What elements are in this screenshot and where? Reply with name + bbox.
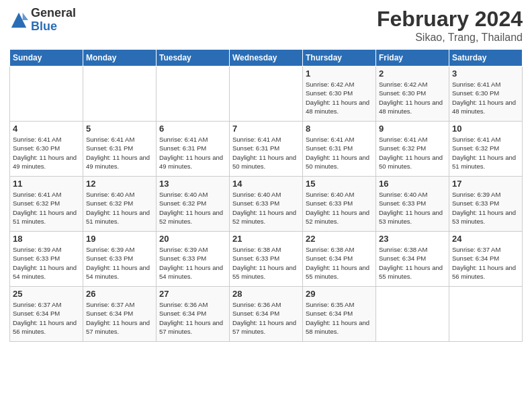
day-number: 3 bbox=[452, 68, 519, 79]
day-number: 17 bbox=[452, 179, 519, 189]
col-tuesday: Tuesday bbox=[157, 50, 230, 66]
week-row-3: 11Sunrise: 6:41 AM Sunset: 6:32 PM Dayli… bbox=[10, 177, 523, 232]
col-friday: Friday bbox=[376, 50, 449, 66]
day-number: 28 bbox=[232, 289, 300, 299]
day-cell: 16Sunrise: 6:40 AM Sunset: 6:33 PM Dayli… bbox=[376, 177, 449, 232]
day-info: Sunrise: 6:40 AM Sunset: 6:33 PM Dayligh… bbox=[306, 190, 373, 226]
day-info: Sunrise: 6:41 AM Sunset: 6:31 PM Dayligh… bbox=[86, 135, 153, 171]
day-number: 21 bbox=[232, 234, 300, 244]
col-saturday: Saturday bbox=[449, 50, 523, 66]
day-info: Sunrise: 6:40 AM Sunset: 6:33 PM Dayligh… bbox=[232, 190, 300, 226]
day-info: Sunrise: 6:41 AM Sunset: 6:31 PM Dayligh… bbox=[306, 135, 373, 171]
day-cell bbox=[376, 287, 449, 342]
day-number: 16 bbox=[379, 179, 446, 189]
day-number: 18 bbox=[13, 234, 80, 244]
day-cell: 5Sunrise: 6:41 AM Sunset: 6:31 PM Daylig… bbox=[83, 122, 157, 177]
day-info: Sunrise: 6:39 AM Sunset: 6:33 PM Dayligh… bbox=[452, 190, 519, 226]
location: Sikao, Trang, Thailand bbox=[377, 32, 523, 44]
day-info: Sunrise: 6:40 AM Sunset: 6:32 PM Dayligh… bbox=[86, 190, 153, 226]
col-monday: Monday bbox=[83, 50, 157, 66]
day-number: 15 bbox=[306, 179, 373, 189]
day-number: 29 bbox=[306, 289, 373, 299]
logo-text: General Blue bbox=[31, 7, 76, 34]
calendar-header: Sunday Monday Tuesday Wednesday Thursday… bbox=[10, 50, 523, 66]
main-container: General Blue February 2024 Sikao, Trang,… bbox=[0, 0, 532, 349]
day-info: Sunrise: 6:41 AM Sunset: 6:32 PM Dayligh… bbox=[452, 135, 519, 171]
day-number: 11 bbox=[13, 179, 80, 189]
day-info: Sunrise: 6:41 AM Sunset: 6:31 PM Dayligh… bbox=[159, 135, 226, 171]
day-cell bbox=[83, 66, 157, 122]
logo: General Blue bbox=[9, 7, 76, 34]
day-cell: 11Sunrise: 6:41 AM Sunset: 6:32 PM Dayli… bbox=[10, 177, 83, 232]
day-info: Sunrise: 6:37 AM Sunset: 6:34 PM Dayligh… bbox=[86, 300, 153, 336]
svg-marker-1 bbox=[23, 13, 28, 20]
day-cell: 27Sunrise: 6:36 AM Sunset: 6:34 PM Dayli… bbox=[157, 287, 230, 342]
day-number: 27 bbox=[159, 289, 226, 299]
day-info: Sunrise: 6:37 AM Sunset: 6:34 PM Dayligh… bbox=[452, 245, 519, 281]
day-number: 23 bbox=[379, 234, 446, 244]
day-cell: 1Sunrise: 6:42 AM Sunset: 6:30 PM Daylig… bbox=[303, 66, 376, 122]
day-number: 14 bbox=[232, 179, 300, 189]
day-cell bbox=[10, 66, 83, 122]
day-cell: 19Sunrise: 6:39 AM Sunset: 6:33 PM Dayli… bbox=[83, 232, 157, 287]
day-cell: 10Sunrise: 6:41 AM Sunset: 6:32 PM Dayli… bbox=[449, 122, 523, 177]
day-number: 8 bbox=[306, 124, 373, 134]
day-number: 24 bbox=[452, 234, 519, 244]
day-cell: 24Sunrise: 6:37 AM Sunset: 6:34 PM Dayli… bbox=[449, 232, 523, 287]
week-row-5: 25Sunrise: 6:37 AM Sunset: 6:34 PM Dayli… bbox=[10, 287, 523, 342]
day-number: 26 bbox=[86, 289, 153, 299]
day-info: Sunrise: 6:39 AM Sunset: 6:33 PM Dayligh… bbox=[13, 245, 80, 281]
week-row-4: 18Sunrise: 6:39 AM Sunset: 6:33 PM Dayli… bbox=[10, 232, 523, 287]
logo-blue: Blue bbox=[31, 20, 76, 34]
day-cell bbox=[157, 66, 230, 122]
day-cell: 21Sunrise: 6:38 AM Sunset: 6:33 PM Dayli… bbox=[230, 232, 303, 287]
day-cell: 4Sunrise: 6:41 AM Sunset: 6:30 PM Daylig… bbox=[10, 122, 83, 177]
day-number: 10 bbox=[452, 124, 519, 134]
day-number: 25 bbox=[13, 289, 80, 299]
day-info: Sunrise: 6:36 AM Sunset: 6:34 PM Dayligh… bbox=[159, 300, 226, 336]
day-cell: 22Sunrise: 6:38 AM Sunset: 6:34 PM Dayli… bbox=[303, 232, 376, 287]
day-cell: 3Sunrise: 6:41 AM Sunset: 6:30 PM Daylig… bbox=[449, 66, 523, 122]
day-cell: 20Sunrise: 6:39 AM Sunset: 6:33 PM Dayli… bbox=[157, 232, 230, 287]
day-number: 19 bbox=[86, 234, 153, 244]
day-number: 6 bbox=[159, 124, 226, 134]
day-cell: 18Sunrise: 6:39 AM Sunset: 6:33 PM Dayli… bbox=[10, 232, 83, 287]
day-number: 7 bbox=[232, 124, 300, 134]
day-number: 5 bbox=[86, 124, 153, 134]
logo-icon bbox=[9, 11, 28, 30]
day-info: Sunrise: 6:39 AM Sunset: 6:33 PM Dayligh… bbox=[159, 245, 226, 281]
day-cell: 12Sunrise: 6:40 AM Sunset: 6:32 PM Dayli… bbox=[83, 177, 157, 232]
day-cell: 15Sunrise: 6:40 AM Sunset: 6:33 PM Dayli… bbox=[303, 177, 376, 232]
week-row-1: 1Sunrise: 6:42 AM Sunset: 6:30 PM Daylig… bbox=[10, 66, 523, 122]
day-info: Sunrise: 6:41 AM Sunset: 6:30 PM Dayligh… bbox=[452, 80, 519, 116]
week-row-2: 4Sunrise: 6:41 AM Sunset: 6:30 PM Daylig… bbox=[10, 122, 523, 177]
day-cell: 9Sunrise: 6:41 AM Sunset: 6:32 PM Daylig… bbox=[376, 122, 449, 177]
day-cell bbox=[230, 66, 303, 122]
day-number: 13 bbox=[159, 179, 226, 189]
day-cell: 2Sunrise: 6:42 AM Sunset: 6:30 PM Daylig… bbox=[376, 66, 449, 122]
day-cell: 7Sunrise: 6:41 AM Sunset: 6:31 PM Daylig… bbox=[230, 122, 303, 177]
day-info: Sunrise: 6:36 AM Sunset: 6:34 PM Dayligh… bbox=[232, 300, 300, 336]
day-info: Sunrise: 6:40 AM Sunset: 6:32 PM Dayligh… bbox=[159, 190, 226, 226]
day-info: Sunrise: 6:41 AM Sunset: 6:32 PM Dayligh… bbox=[379, 135, 446, 171]
title-block: February 2024 Sikao, Trang, Thailand bbox=[377, 7, 523, 44]
day-cell: 23Sunrise: 6:38 AM Sunset: 6:34 PM Dayli… bbox=[376, 232, 449, 287]
header-row: Sunday Monday Tuesday Wednesday Thursday… bbox=[10, 50, 523, 66]
month-year: February 2024 bbox=[377, 7, 523, 32]
day-info: Sunrise: 6:40 AM Sunset: 6:33 PM Dayligh… bbox=[379, 190, 446, 226]
calendar-body: 1Sunrise: 6:42 AM Sunset: 6:30 PM Daylig… bbox=[10, 66, 523, 342]
day-cell: 17Sunrise: 6:39 AM Sunset: 6:33 PM Dayli… bbox=[449, 177, 523, 232]
day-info: Sunrise: 6:38 AM Sunset: 6:34 PM Dayligh… bbox=[306, 245, 373, 281]
day-cell bbox=[449, 287, 523, 342]
day-number: 2 bbox=[379, 68, 446, 79]
day-info: Sunrise: 6:39 AM Sunset: 6:33 PM Dayligh… bbox=[86, 245, 153, 281]
day-cell: 25Sunrise: 6:37 AM Sunset: 6:34 PM Dayli… bbox=[10, 287, 83, 342]
day-info: Sunrise: 6:41 AM Sunset: 6:32 PM Dayligh… bbox=[13, 190, 80, 226]
col-wednesday: Wednesday bbox=[230, 50, 303, 66]
calendar-table: Sunday Monday Tuesday Wednesday Thursday… bbox=[9, 49, 523, 342]
day-info: Sunrise: 6:38 AM Sunset: 6:34 PM Dayligh… bbox=[379, 245, 446, 281]
day-number: 20 bbox=[159, 234, 226, 244]
day-info: Sunrise: 6:37 AM Sunset: 6:34 PM Dayligh… bbox=[13, 300, 80, 336]
day-info: Sunrise: 6:42 AM Sunset: 6:30 PM Dayligh… bbox=[306, 80, 373, 116]
day-info: Sunrise: 6:41 AM Sunset: 6:30 PM Dayligh… bbox=[13, 135, 80, 171]
